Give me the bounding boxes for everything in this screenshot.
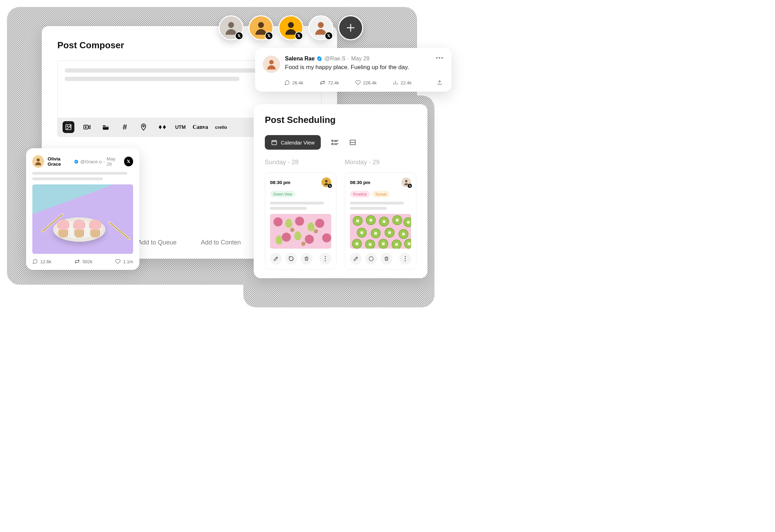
diamond-button[interactable]: [156, 121, 168, 133]
folder-button[interactable]: [100, 121, 112, 133]
svg-point-25: [405, 260, 406, 261]
tweet-author-name: Salena Rae: [285, 56, 315, 62]
crello-button[interactable]: crello: [215, 125, 227, 130]
delete-button[interactable]: [381, 253, 392, 265]
calendar-view-button[interactable]: Calendar View: [265, 135, 321, 150]
separator: ·: [104, 159, 105, 164]
svg-point-8: [318, 22, 324, 28]
placeholder-line: [32, 177, 103, 180]
svg-rect-12: [272, 141, 277, 145]
account-avatar[interactable]: 𝕏: [219, 15, 244, 40]
retweet-count: 502k: [83, 259, 92, 264]
reply-button[interactable]: 12.6k: [32, 259, 51, 264]
x-network-icon: 𝕏: [295, 32, 303, 40]
post-scheduling-panel: Post Scheduling Calendar View Sunday - 2…: [254, 104, 427, 278]
post-tag: Sunset: [372, 191, 390, 198]
location-button[interactable]: [138, 121, 149, 133]
edit-button[interactable]: [350, 253, 362, 265]
utm-button[interactable]: UTM: [175, 124, 186, 130]
svg-point-22: [369, 257, 373, 261]
x-network-icon: 𝕏: [407, 183, 412, 188]
tweet-body: Food is my happy place. Fueling up for t…: [285, 64, 409, 71]
placeholder-line: [350, 202, 404, 205]
post-image: [32, 184, 133, 254]
tweet-handle: @Rae.S: [324, 56, 345, 62]
like-count: 226.4k: [363, 80, 377, 85]
day-label: Sunday - 28: [265, 159, 336, 166]
post-tag: Roadtrip: [350, 191, 370, 198]
tweet-handle: @Grace.o: [80, 159, 102, 164]
scheduled-post-card[interactable]: 08:30 pm 𝕏 Green View: [265, 172, 336, 270]
account-avatar[interactable]: 𝕏: [308, 15, 333, 40]
like-button[interactable]: 1.1m: [115, 259, 133, 264]
placeholder-line: [270, 207, 307, 210]
svg-point-16: [325, 180, 328, 182]
more-options-button[interactable]: •••: [436, 55, 444, 61]
delete-button[interactable]: [301, 253, 312, 265]
image-add-button[interactable]: [63, 121, 74, 133]
add-to-content-button[interactable]: Add to Conten: [201, 239, 241, 246]
tweet-date: May 29: [107, 156, 121, 167]
share-button[interactable]: [437, 80, 442, 85]
x-network-icon: 𝕏: [124, 157, 133, 166]
day-label: Monday - 29: [345, 159, 416, 166]
avatar: [32, 155, 44, 168]
calendar-view-label: Calendar View: [281, 140, 315, 146]
edit-button[interactable]: [270, 253, 282, 265]
tweet-preview-card: ••• Salena Rae @Rae.S · May 29 Food is m…: [255, 48, 451, 92]
like-button[interactable]: 226.4k: [355, 80, 377, 85]
placeholder-line: [350, 207, 387, 210]
list-view-button[interactable]: [331, 139, 339, 146]
tweet-preview-card: Olivia Grace @Grace.o · May 29 𝕏: [26, 148, 139, 270]
hashtag-button[interactable]: #: [119, 121, 131, 133]
svg-point-24: [405, 258, 406, 259]
placeholder-line: [65, 77, 239, 81]
verified-badge-icon: [317, 56, 322, 61]
placeholder-line: [32, 172, 127, 175]
add-account-button[interactable]: [338, 15, 363, 40]
grid-view-button[interactable]: [349, 139, 356, 146]
comment-button[interactable]: [365, 253, 377, 265]
day-column: Monday - 29 08:30 pm 𝕏 Roadtrip Sunset: [345, 159, 416, 270]
placeholder-line: [270, 202, 324, 205]
svg-point-1: [67, 126, 68, 127]
retweet-count: 72.4k: [328, 80, 339, 85]
svg-point-5: [228, 22, 234, 28]
comment-button[interactable]: [285, 253, 297, 265]
svg-rect-13: [332, 140, 333, 142]
svg-point-21: [405, 180, 408, 182]
svg-rect-14: [332, 143, 333, 145]
x-network-icon: 𝕏: [265, 32, 273, 40]
svg-point-4: [143, 125, 145, 127]
post-tag: Green View: [270, 191, 295, 198]
svg-point-7: [288, 22, 294, 28]
retweet-button[interactable]: 502k: [74, 259, 92, 264]
account-avatar[interactable]: 𝕏: [248, 15, 274, 40]
add-to-queue-button[interactable]: Add to Queue: [138, 239, 177, 246]
retweet-button[interactable]: 72.4k: [319, 80, 339, 85]
svg-point-19: [325, 258, 326, 259]
svg-point-17: [289, 257, 293, 261]
more-button[interactable]: [399, 253, 411, 265]
post-thumbnail: [270, 214, 331, 249]
day-column: Sunday - 28 08:30 pm 𝕏 Green View: [265, 159, 336, 270]
scheduled-post-card[interactable]: 08:30 pm 𝕏 Roadtrip Sunset: [345, 172, 416, 270]
reply-button[interactable]: 26.4k: [284, 80, 303, 85]
verified-badge-icon: [74, 159, 79, 164]
tweet-author-name: Olivia Grace: [48, 156, 72, 167]
video-add-button[interactable]: [81, 121, 93, 133]
avatar: [263, 56, 280, 73]
svg-point-18: [325, 256, 326, 257]
views-button[interactable]: 22.4k: [393, 80, 412, 85]
account-avatar[interactable]: 𝕏: [278, 15, 303, 40]
x-network-icon: 𝕏: [327, 183, 332, 188]
x-network-icon: 𝕏: [235, 32, 243, 40]
more-button[interactable]: [319, 253, 331, 265]
post-time: 08:30 pm: [270, 180, 291, 185]
canva-button[interactable]: Canva: [193, 124, 208, 130]
svg-point-10: [36, 158, 40, 161]
post-thumbnail: [350, 214, 411, 249]
svg-point-9: [269, 60, 274, 65]
views-count: 22.4k: [401, 80, 412, 85]
post-avatar: 𝕏: [321, 177, 331, 187]
